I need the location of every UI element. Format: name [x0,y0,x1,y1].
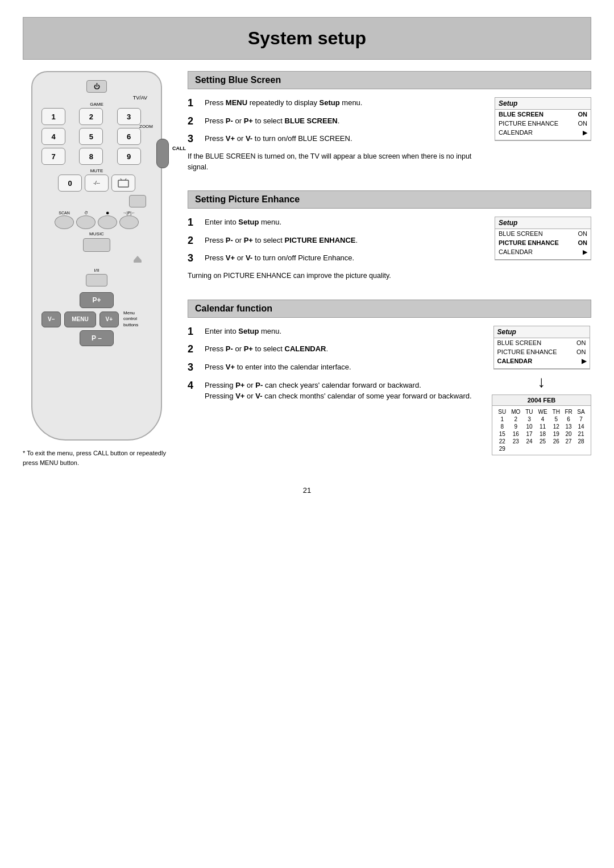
calendar-section: Calendar function 1 Enter into Setup men… [188,300,591,455]
svg-rect-0 [118,180,128,187]
cal-row-4: 22232425262728 [496,438,587,445]
setup-box-row-calendar: CALENDAR▶ [495,128,591,138]
pe-setup-row-bluescreen: BLUE SCREENON [495,229,591,238]
num-8-button[interactable]: 8 [79,148,103,165]
cal-row-1: 1234567 [496,416,587,423]
calendar-step1: 1 Enter into Setup menu. [188,326,484,338]
cal-hdr-tu: TU [523,408,536,416]
menu-button[interactable]: MENU [64,312,96,327]
music-label: MUSIC [89,231,104,236]
mute-button[interactable] [129,195,146,207]
calendar-setup-box: Setup BLUE SCREENON PICTURE ENHANCEON CA… [493,326,590,369]
cal-hdr-we: WE [536,408,550,416]
cal-row-2: 891011121314 [496,423,587,430]
page-title-bar: System setup [23,17,591,60]
numpad: 1 2 3 4 5 6 7 8 9 [42,108,152,165]
clock-button[interactable] [76,215,96,229]
setup-box-row-pictureenhance: PICTURE ENHANCEON [495,119,591,128]
ipi-button[interactable] [119,215,139,229]
remote-footnote: * To exit the menu, press CALL button or… [23,448,171,467]
cal-row-5: 29 [496,445,587,452]
clock-icon: ⏱ [76,211,96,215]
v-minus-button[interactable]: V– [42,312,61,327]
power-button[interactable]: ⏻ [86,80,107,93]
svg-rect-3 [134,260,142,263]
setup-box-row-bluescreen: BLUE SCREENON [495,110,591,119]
page-title: System setup [23,28,591,49]
num-6-button[interactable]: 6 [117,128,141,145]
eject-icon [131,254,144,266]
picture-enhance-step1: 1 Enter into Setup menu. [188,217,487,229]
calendar-month-title: 2004 FEB [492,395,591,406]
cal-hdr-su: SU [496,408,509,416]
blue-screen-setup-box: Setup BLUE SCREENON PICTURE ENHANCEON CA… [495,97,591,141]
blue-screen-header: Setting Blue Screen [188,71,591,89]
cal-setup-row-pictureenhance: PICTURE ENHANCEON [494,347,590,356]
ipi-label: →|P|← [119,211,139,215]
svg-marker-4 [134,256,142,260]
blue-screen-step3: 3 Press V+ or V- to turn on/off BLUE SCR… [188,133,487,146]
ii-button[interactable] [86,274,107,286]
picture-enhance-step2: 2 Press P- or P+ to select PICTURE ENHAN… [188,235,487,247]
calendar-header: Calendar function [188,300,591,318]
menu-control-label: Menucontrol buttons [123,310,138,327]
v-plus-button[interactable]: V+ [99,312,119,327]
game-label: GAME [90,102,103,107]
p-plus-button[interactable]: P+ [80,292,114,308]
content-col: Setting Blue Screen 1 Press MENU repeate… [188,71,591,469]
num-0-button[interactable]: 0 [58,175,82,192]
calendar-display: 2004 FEB SU MO TU WE TH [492,394,591,455]
pe-setup-row-pictureenhance: PICTURE ENHANCEON [495,238,591,247]
picture-enhance-step3: 3 Press V+ or V- to turn on/off Picture … [188,252,487,265]
cal-hdr-mo: MO [509,408,523,416]
record-button[interactable] [98,215,117,229]
picture-enhance-header: Setting Picture Enhance [188,190,591,209]
ii-label: I/II [94,268,99,273]
zoom-label: ZOOM [139,124,153,129]
blue-screen-step1: 1 Press MENU repeatedly to display Setup… [188,97,487,110]
blue-screen-step2: 2 Press P- or P+ to select BLUE SCREEN. [188,115,487,128]
scan-label: SCAN [55,211,74,215]
scan-button[interactable] [55,215,74,229]
arrow-down-icon: ↓ [538,373,546,391]
num-9-button[interactable]: 9 [117,148,141,165]
cal-hdr-th: TH [550,408,562,416]
power-icon: ⏻ [87,81,106,92]
blue-screen-section: Setting Blue Screen 1 Press MENU repeate… [188,71,591,177]
cal-setup-row-bluescreen: BLUE SCREENON [494,338,590,347]
picture-enhance-section: Setting Picture Enhance 1 Enter into Set… [188,190,591,286]
num-2-button[interactable]: 2 [79,108,103,125]
remote-control: ⏻ TV/AV GAME 1 2 3 4 5 6 7 [31,71,162,441]
remote-col: ⏻ TV/AV GAME 1 2 3 4 5 6 7 [23,71,171,469]
blue-screen-note: If the BLUE SCREEN is turned on, the TV … [188,151,487,173]
tvav-label: TV/AV [133,95,147,101]
mute-label: MUTE [90,168,103,173]
cal-setup-row-calendar: CALENDAR▶ [494,356,590,366]
cal-hdr-sa: SA [575,408,587,416]
calendar-step3: 3 Press V+ to enter into the calendar in… [188,362,484,374]
page-number: 21 [0,486,614,495]
record-icon: ⏺ [98,211,117,215]
calendar-step2: 2 Press P- or P+ to select CALENDAR. [188,343,484,356]
picture-enhance-note: Turning on PICTURE ENHANCE can improve t… [188,271,487,281]
dash-button[interactable]: -/-- [85,175,109,192]
tv-icon [117,178,130,188]
tv-button[interactable] [111,175,135,192]
music-button[interactable] [83,238,110,252]
call-label: CALL [172,146,186,151]
num-1-button[interactable]: 1 [42,108,65,125]
calendar-step4: 4 Pressing P+ or P- can check years' cal… [188,380,484,402]
call-button[interactable] [156,139,169,168]
cal-hdr-fr: FR [562,408,575,416]
cal-row-3: 15161718192021 [496,430,587,438]
num-4-button[interactable]: 4 [42,128,65,145]
picture-enhance-setup-box: Setup BLUE SCREENON PICTURE ENHANCEON CA… [495,217,591,260]
p-minus-button[interactable]: P – [80,330,114,346]
pe-setup-row-calendar: CALENDAR▶ [495,247,591,257]
num-3-button[interactable]: 3 [117,108,141,125]
num-5-button[interactable]: 5 [79,128,103,145]
num-7-button[interactable]: 7 [42,148,65,165]
